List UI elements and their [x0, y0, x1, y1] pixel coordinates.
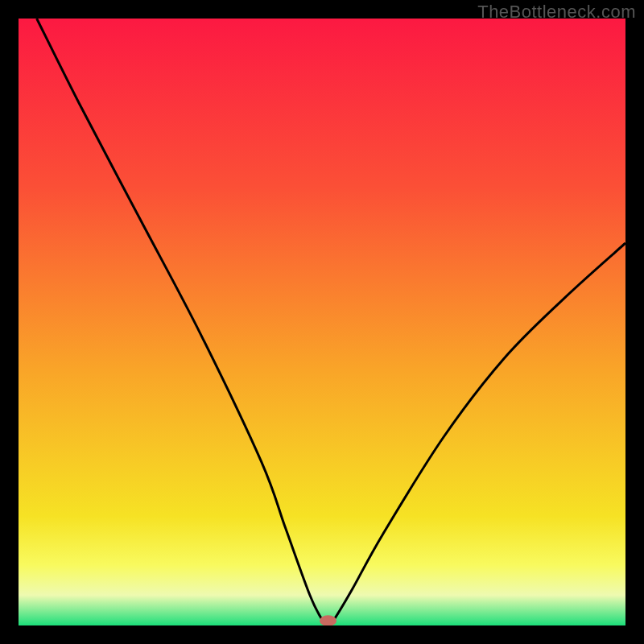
- bottleneck-plot: [19, 19, 625, 625]
- gradient-background: [19, 19, 625, 625]
- chart-frame: TheBottleneck.com: [0, 0, 644, 644]
- watermark-text: TheBottleneck.com: [477, 2, 636, 23]
